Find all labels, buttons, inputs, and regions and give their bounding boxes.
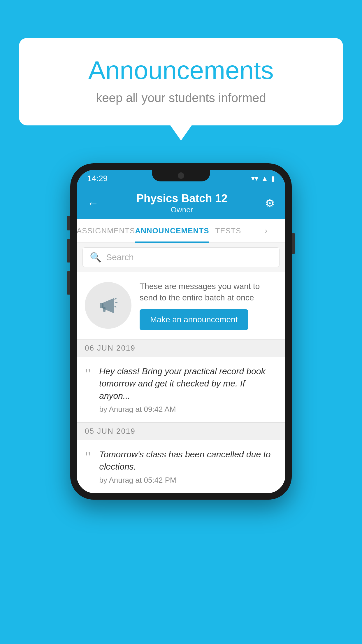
svg-rect-2 xyxy=(103,307,106,312)
status-time: 14:29 xyxy=(87,174,108,183)
announcement-description: These are messages you want to send to t… xyxy=(140,281,277,303)
date-separator-2: 05 JUN 2019 xyxy=(77,422,285,440)
svg-line-4 xyxy=(115,302,117,303)
quote-icon-1: " xyxy=(85,366,91,414)
message-text-1: Hey class! Bring your practical record b… xyxy=(99,365,277,402)
tab-more[interactable]: › xyxy=(247,219,285,242)
phone-wrapper: 14:29 ▾▾ ▲ ▮ ← Physics Batch 12 Owner ⚙ … xyxy=(70,163,292,500)
announcement-right: These are messages you want to send to t… xyxy=(140,281,277,330)
battery-icon: ▮ xyxy=(271,174,275,183)
svg-line-5 xyxy=(115,306,116,307)
wifi-icon: ▾▾ xyxy=(251,174,258,183)
power-button xyxy=(292,233,295,254)
speech-bubble-container: Announcements keep all your students inf… xyxy=(19,38,343,125)
volume-silent-button xyxy=(67,216,70,230)
message-text-2: Tomorrow's class has been cancelled due … xyxy=(99,448,277,473)
quote-icon-2: " xyxy=(85,449,91,485)
search-container: 🔍 Search xyxy=(77,243,285,272)
date-separator-1: 06 JUN 2019 xyxy=(77,339,285,357)
speech-bubble: Announcements keep all your students inf… xyxy=(19,38,343,125)
tabs-bar: ASSIGNMENTS ANNOUNCEMENTS TESTS › xyxy=(77,219,285,243)
message-item-2: " Tomorrow's class has been cancelled du… xyxy=(77,440,285,493)
message-author-1: by Anurag at 09:42 AM xyxy=(99,405,277,414)
front-camera xyxy=(178,172,184,179)
speech-bubble-subtitle: keep all your students informed xyxy=(42,91,320,105)
signal-icon: ▲ xyxy=(261,174,268,183)
settings-icon[interactable]: ⚙ xyxy=(265,197,275,210)
megaphone-icon xyxy=(96,294,120,317)
svg-rect-1 xyxy=(100,303,103,308)
tab-tests[interactable]: TESTS xyxy=(209,219,247,242)
phone-outer: 14:29 ▾▾ ▲ ▮ ← Physics Batch 12 Owner ⚙ … xyxy=(70,163,292,500)
speech-bubble-title: Announcements xyxy=(42,55,320,85)
message-item-1: " Hey class! Bring your practical record… xyxy=(77,357,285,422)
svg-line-3 xyxy=(115,298,116,300)
tab-assignments[interactable]: ASSIGNMENTS xyxy=(77,219,135,242)
search-icon: 🔍 xyxy=(90,252,101,263)
message-content-1: Hey class! Bring your practical record b… xyxy=(99,365,277,414)
announcement-icon-circle xyxy=(85,282,131,329)
message-content-2: Tomorrow's class has been cancelled due … xyxy=(99,448,277,485)
volume-down-button xyxy=(67,271,70,295)
app-bar-subtitle: Owner xyxy=(136,205,228,214)
search-placeholder-text: Search xyxy=(106,252,134,262)
message-author-2: by Anurag at 05:42 PM xyxy=(99,476,277,485)
search-bar[interactable]: 🔍 Search xyxy=(82,247,280,267)
app-bar: ← Physics Batch 12 Owner ⚙ xyxy=(77,187,285,219)
phone-notch xyxy=(152,170,210,181)
volume-up-button xyxy=(67,239,70,262)
back-button[interactable]: ← xyxy=(87,197,99,210)
app-bar-title-block: Physics Batch 12 Owner xyxy=(136,192,228,214)
make-announcement-button[interactable]: Make an announcement xyxy=(140,309,248,330)
announcement-banner: These are messages you want to send to t… xyxy=(77,272,285,339)
phone-screen: 14:29 ▾▾ ▲ ▮ ← Physics Batch 12 Owner ⚙ … xyxy=(77,170,285,493)
app-bar-title: Physics Batch 12 xyxy=(136,192,228,205)
tab-announcements[interactable]: ANNOUNCEMENTS xyxy=(135,219,209,242)
status-icons: ▾▾ ▲ ▮ xyxy=(251,174,275,183)
